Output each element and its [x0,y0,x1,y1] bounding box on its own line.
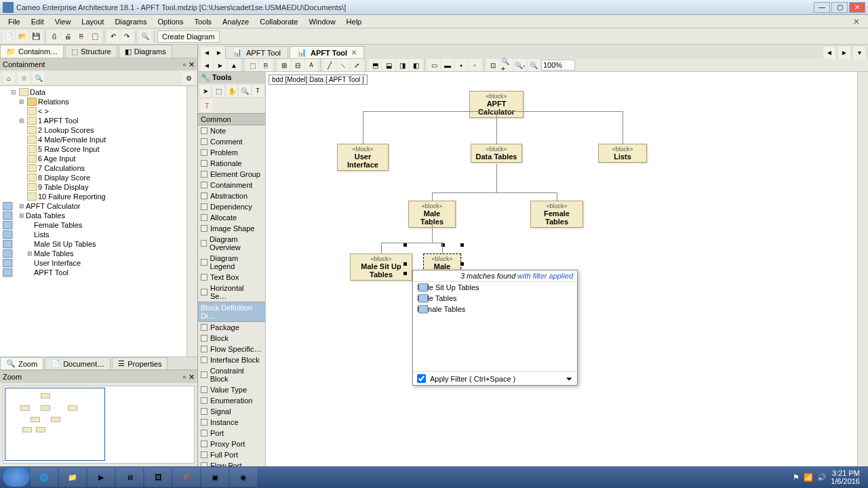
resize-handle[interactable] [403,243,407,247]
palette-item[interactable]: Constraint Block [198,365,265,384]
zoom-overview[interactable] [3,386,195,464]
tree-item[interactable]: 8 Display Score [1,173,196,182]
menu-tools[interactable]: Tools [189,16,217,27]
tree-item[interactable]: < > [1,106,196,116]
palette-group[interactable]: Block Definition Di… [198,302,265,322]
align-icon[interactable]: ⊞ [278,59,290,71]
tab-next-icon[interactable]: ► [838,47,850,59]
menu-help[interactable]: Help [341,16,368,27]
palette-item[interactable]: Signal [198,406,265,417]
block-msut[interactable]: «block»Male Sit Up Tables [350,253,412,281]
tab-prev-icon[interactable]: ◄ [823,47,835,59]
create-diagram-button[interactable]: Create Diagram [157,30,220,43]
palette-item[interactable]: Allocate [198,212,265,223]
arrange-icon[interactable]: ◨ [396,59,408,71]
block-lists[interactable]: «block»Lists [598,144,647,163]
resize-handle[interactable] [403,262,407,266]
palette-item[interactable]: Flow Specific… [198,344,265,354]
palette-item[interactable]: Proxy Port [198,439,265,449]
resize-handle[interactable] [460,262,464,266]
menu-layout[interactable]: Layout [76,16,109,27]
zoom-pin-icon[interactable]: ▫ [183,373,186,382]
tree-item[interactable]: 4 Male/Female Input [1,135,196,144]
tree-item[interactable]: APFT Tool [1,268,196,277]
tree-item[interactable]: ⊞Data Tables [1,211,196,220]
canvas-scroll-v[interactable] [857,72,868,488]
palette-item[interactable]: Problem [198,147,265,158]
palette-item[interactable]: Instance [198,417,265,428]
print-icon[interactable]: 🖨 [62,30,74,43]
menu-view[interactable]: View [50,16,77,27]
taskbar-ppt-icon[interactable]: P [173,468,200,487]
arrange-icon[interactable]: ⬓ [382,59,395,71]
view-icon[interactable]: ▭ [428,59,440,71]
zoom-reset-icon[interactable]: 🔍 [528,59,540,71]
palette-item[interactable]: Enumeration [198,395,265,406]
tab-properties[interactable]: ☰ Properties [112,357,167,369]
menu-analyze[interactable]: Analyze [217,16,254,27]
view-icon[interactable]: ▫ [469,59,481,71]
palette-item[interactable]: Containment [198,180,265,190]
pin-icon[interactable]: ▫ [183,60,186,69]
tree-item[interactable]: ⊞Relations [1,97,196,106]
find-icon[interactable]: 🔍 [139,30,151,43]
align-icon[interactable]: ⊟ [292,59,304,71]
tray-flag-icon[interactable]: ⚑ [793,473,800,482]
tree-item[interactable]: Male Sit Up Tables [1,239,196,249]
tree-item[interactable]: 6 Age Input [1,154,196,163]
zoom-fit-icon[interactable]: ⊡ [487,59,499,71]
palette-item[interactable]: Port [198,428,265,439]
line-icon[interactable]: ╱ [323,59,336,71]
redo-icon[interactable]: ↷ [121,30,133,43]
resize-handle[interactable] [460,243,464,247]
expander-icon[interactable]: ⊞ [18,117,26,124]
fwd-icon[interactable]: ► [214,59,226,71]
save-icon[interactable]: 💾 [30,30,42,43]
popup-item[interactable]: Male Tables [413,293,577,304]
menu-edit[interactable]: Edit [26,16,50,27]
tree-item[interactable]: Female Tables [1,220,196,230]
taskbar-app-icon[interactable]: ◉ [230,468,257,487]
zoom-icon[interactable]: 🔍 [239,85,250,97]
start-button[interactable] [3,468,30,487]
palette-item[interactable]: Abstraction [198,190,265,201]
tree-item[interactable]: 10 Failure Reporting [1,192,196,201]
menu-diagrams[interactable]: Diagrams [109,16,152,27]
pointer-icon[interactable]: ➤ [199,85,211,97]
view-icon[interactable]: ▬ [441,59,454,71]
panel-close-icon[interactable]: ✕ [189,60,195,69]
minimize-button[interactable]: — [814,2,830,13]
nav-back-icon[interactable]: ◄ [201,47,213,59]
line-icon[interactable]: ⟍ [337,59,349,71]
taskbar-ie-icon[interactable]: 🌐 [31,468,58,487]
taskbar-media-icon[interactable]: ▶ [87,468,115,487]
popup-item[interactable]: Female Tables [413,304,577,314]
back-icon[interactable]: ◄ [201,59,213,71]
zoom-close-icon[interactable]: ✕ [189,373,195,382]
tab-containment[interactable]: 📁 Containm… [0,45,64,58]
zoom-level-input[interactable] [541,60,575,70]
tree-item[interactable]: 7 Calculations [1,163,196,173]
tree-item[interactable]: ⊞Male Tables [1,249,196,258]
home-icon[interactable]: ⌂ [3,72,15,84]
expander-icon[interactable]: ⊞ [26,250,34,257]
doc-tab-1[interactable]: 📊 APFT Tool [225,46,288,59]
expander-icon[interactable]: ⊞ [18,98,26,105]
open-icon[interactable]: 📂 [16,30,28,43]
tab-diagrams[interactable]: ◧ Diagrams [119,45,172,58]
doc-tab-2[interactable]: 📊 APFT Tool ✕ [290,46,364,59]
tool-icon[interactable]: ⎘ [260,59,272,71]
resize-handle[interactable] [403,272,407,275]
view-icon[interactable]: ▪ [455,59,467,71]
tree-item[interactable]: 5 Raw Score Input [1,144,196,154]
tree-item[interactable]: ⊞APFT Calculator [1,201,196,211]
block-ft[interactable]: «block»Female Tables [530,201,583,228]
taskbar-app-icon[interactable]: 🖼 [144,468,172,487]
tab-list-icon[interactable]: ▾ [853,47,865,59]
palette-item[interactable]: Note [198,125,265,136]
tree-item[interactable]: ⊞1 APFT Tool [1,116,196,125]
menu-window[interactable]: Window [303,16,340,27]
tool-icon[interactable]: ⬚ [246,59,258,71]
expander-icon[interactable]: ⊞ [18,212,26,219]
block-dt[interactable]: «block»Data Tables [471,144,522,163]
